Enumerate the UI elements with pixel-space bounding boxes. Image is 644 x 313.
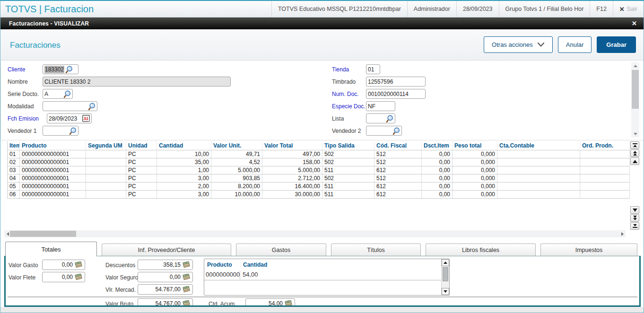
grid-cell[interactable]: 612: [374, 166, 422, 174]
scroll-down-button[interactable]: [442, 288, 449, 295]
grid-cell[interactable]: 05: [8, 183, 20, 191]
scrollbar-thumb[interactable]: [10, 231, 76, 237]
vlr-mercad-field[interactable]: 54.767,00: [138, 284, 193, 295]
grid-cell[interactable]: 3,00: [157, 174, 211, 183]
form-scrollbar[interactable]: [631, 62, 639, 137]
row-down-button[interactable]: [630, 206, 639, 214]
especie-doc-field[interactable]: NF: [366, 101, 395, 111]
scrollbar-thumb[interactable]: [632, 70, 639, 109]
grid-cell[interactable]: 35,00: [157, 158, 211, 166]
grid-cell[interactable]: PC: [126, 183, 157, 191]
user-info[interactable]: Administrador: [407, 1, 456, 17]
grid-cell[interactable]: 502: [322, 174, 374, 183]
grid-cell[interactable]: 10,00: [157, 150, 211, 158]
grid-cell[interactable]: 000000000000001: [20, 150, 86, 158]
grid-cell[interactable]: 502: [322, 158, 374, 166]
grid-cell[interactable]: PC: [126, 150, 157, 158]
grid-cell[interactable]: 06: [8, 191, 20, 199]
grid-cell[interactable]: 000000000000001: [20, 158, 86, 166]
scroll-right-arrow[interactable]: [619, 230, 626, 237]
tab-gastos[interactable]: Gastos: [236, 243, 326, 256]
grid-cell[interactable]: [86, 183, 126, 191]
grid-cell[interactable]: 02: [8, 158, 20, 166]
lista-field[interactable]: [366, 113, 395, 123]
timbrado-field[interactable]: 12557596: [366, 77, 426, 87]
grid-cell[interactable]: 30.000,00: [262, 191, 322, 199]
valor-flete-field[interactable]: 0,00: [42, 272, 85, 282]
grid-cell[interactable]: 903,85: [211, 174, 262, 183]
grid-cell[interactable]: 3,00: [157, 191, 211, 199]
grid-cell[interactable]: [580, 150, 630, 158]
dialog-close-icon[interactable]: ✕: [632, 20, 637, 27]
magnifier-icon[interactable]: [392, 127, 400, 135]
session-date[interactable]: 28/09/2023: [456, 1, 499, 17]
grid-cell[interactable]: 158,00: [262, 158, 322, 166]
grid-cell[interactable]: 0,00: [422, 150, 453, 158]
acumulados-scrollbar[interactable]: [441, 259, 449, 295]
grid-cell[interactable]: 01: [8, 150, 20, 158]
grid-cell[interactable]: 0,000: [453, 150, 497, 158]
tab-libros-fiscales[interactable]: Libros fiscales: [426, 243, 536, 256]
tab-totales[interactable]: Totales: [5, 242, 97, 256]
table-row[interactable]: 06000000000000001PC3,0010.000,0030.000,0…: [8, 191, 630, 199]
grid-cell[interactable]: 1,00: [157, 166, 211, 174]
table-row[interactable]: 03000000000000001PC1,005.000,005.000,005…: [8, 166, 630, 174]
valor-seguro-field[interactable]: 0,00: [138, 272, 193, 282]
grid-cell[interactable]: 2,00: [157, 183, 211, 191]
ctd-acum-field[interactable]: 54,00: [245, 298, 295, 307]
page-up-button[interactable]: [630, 149, 639, 157]
grid-cell[interactable]: 0,000: [453, 174, 497, 183]
grid-cell[interactable]: 0,00: [422, 183, 453, 191]
scroll-down-arrow[interactable]: [631, 130, 639, 137]
grid-cell[interactable]: [580, 166, 630, 174]
page-down-button[interactable]: [630, 214, 639, 222]
grid-cell[interactable]: 0,000: [453, 183, 497, 191]
grid-cell[interactable]: [497, 166, 580, 174]
grid-cell[interactable]: [580, 174, 630, 183]
go-last-row-button[interactable]: [630, 222, 639, 230]
anular-button[interactable]: Anular: [558, 36, 592, 53]
table-row[interactable]: 01000000000000001PC10,0049,71497,0050251…: [8, 150, 630, 158]
grid-cell[interactable]: [497, 191, 580, 199]
grid-cell[interactable]: 0,000: [453, 166, 497, 174]
grid-cell[interactable]: [86, 174, 126, 183]
valor-gasto-field[interactable]: 0,00: [42, 260, 85, 270]
grid-cell[interactable]: [497, 158, 580, 166]
grid-cell[interactable]: [580, 191, 630, 199]
scroll-up-arrow[interactable]: [631, 62, 639, 69]
acumulados-row[interactable]: 000000000000001 54,00: [204, 270, 441, 280]
grid-cell[interactable]: 4,52: [211, 158, 262, 166]
grid-cell[interactable]: [86, 158, 126, 166]
valor-bruto-field[interactable]: 54.767,00: [138, 298, 193, 307]
grid-cell[interactable]: 2.712,00: [262, 174, 322, 183]
grid-cell[interactable]: 0,00: [422, 174, 453, 183]
branch-info[interactable]: Grupo Totvs 1 / Filial Belo Hor: [499, 1, 590, 17]
environment-info[interactable]: TOTVS Educativo MSSQL P1212210mntdbpar: [271, 1, 407, 17]
grid-cell[interactable]: 000000000000001: [20, 166, 86, 174]
row-up-button[interactable]: [630, 157, 639, 165]
grabar-button[interactable]: Grabar: [597, 36, 636, 53]
grid-cell[interactable]: 511: [322, 183, 374, 191]
grid-cell[interactable]: 512: [374, 150, 422, 158]
descuentos-field[interactable]: 358,15: [138, 260, 193, 270]
grid-cell[interactable]: 49,71: [211, 150, 262, 158]
grid-cell[interactable]: 000000000000001: [20, 174, 86, 183]
grid-cell[interactable]: PC: [126, 174, 157, 183]
f12-shortcut[interactable]: F12: [590, 1, 613, 17]
grid-cell[interactable]: PC: [126, 158, 157, 166]
tab-inf-proveedor-cliente[interactable]: Inf. Proveedor/Cliente: [102, 243, 231, 256]
num-doc-field[interactable]: 0010020000114: [366, 89, 426, 99]
grid-cell[interactable]: 612: [374, 191, 422, 199]
tab-t-tulos[interactable]: Títulos: [331, 243, 421, 256]
grid-cell[interactable]: 000000000000001: [20, 183, 86, 191]
grid-cell[interactable]: [580, 183, 630, 191]
grid-cell[interactable]: 0,00: [422, 158, 453, 166]
grid-cell[interactable]: 0,000: [453, 158, 497, 166]
grid-cell[interactable]: [497, 150, 580, 158]
exit-button[interactable]: ✕ Sair: [613, 1, 644, 17]
grid-cell[interactable]: [86, 166, 126, 174]
grid-cell[interactable]: 502: [322, 150, 374, 158]
table-row[interactable]: 05000000000000001PC2,008.200,0016.400,00…: [8, 183, 630, 191]
scroll-up-button[interactable]: [442, 259, 449, 266]
grid-cell[interactable]: 03: [8, 166, 20, 174]
